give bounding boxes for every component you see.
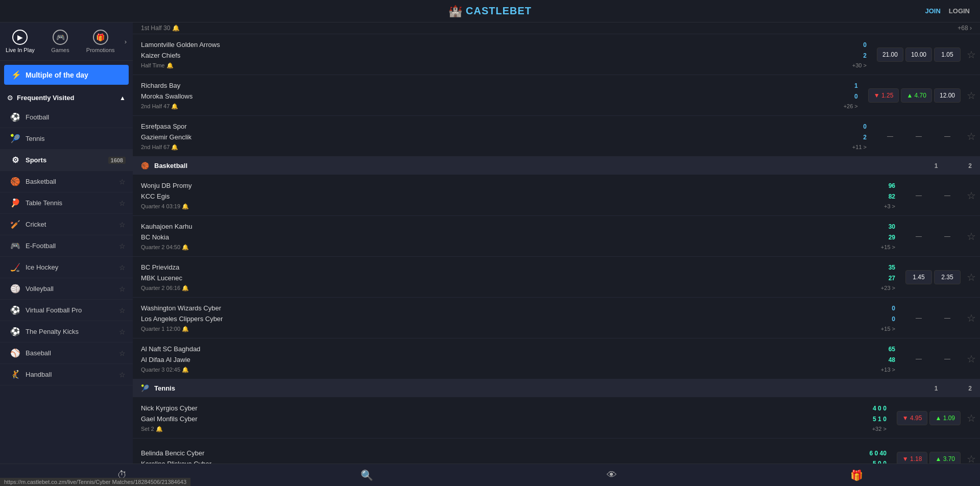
odd1-kauhajoen-bcnokia[interactable]: — (905, 230, 932, 243)
odd1-bencic-pliskova[interactable]: ▼ 1.18 (897, 452, 928, 464)
multiple-of-day-label: Multiple of the day (26, 71, 88, 79)
odds-wonju-kcc: — — (903, 187, 963, 204)
score-lakers: 0 (892, 314, 895, 324)
more-markets-richards-moroka[interactable]: +26 > (844, 103, 858, 109)
volleyball-star[interactable]: ☆ (119, 285, 126, 293)
sidebar-item-ice-hockey[interactable]: 🏒 Ice Hockey ☆ (0, 257, 133, 278)
match-info-washington-lakers: Washington Wizards Cyber 0 Los Angeles C… (133, 299, 903, 336)
fav-wonju-kcc[interactable]: ☆ (963, 187, 980, 204)
team-row-aldifaa: Al Difaa Al Jawie 48 (141, 355, 895, 366)
odd1-richards-moroka[interactable]: ▼ 1.25 (868, 88, 899, 103)
match-row-bcprievidza-mbklucenec: BC Prievidza 35 MBK Lucenec 27 Quarter 2… (133, 257, 980, 298)
oddX-esrefpasa-gaziemir[interactable]: — (905, 130, 932, 143)
team-name-bcnokia: BC Nokia (141, 232, 169, 243)
odd1-kyrgios-monfils[interactable]: ▼ 4.95 (897, 411, 928, 425)
fav-lamontville-kaizer[interactable]: ☆ (963, 46, 980, 63)
login-button[interactable]: LOGIN (949, 7, 970, 15)
odd2-bencic-pliskova[interactable]: ▲ 3.70 (929, 452, 961, 464)
odd1-lamontville-kaizer[interactable]: 21.00 (877, 47, 903, 62)
odd2-monfils-val: 1.09 (943, 415, 955, 422)
table-tennis-star[interactable]: ☆ (119, 199, 126, 207)
odd2-washington-lakers[interactable]: — (934, 311, 961, 325)
sidebar-item-basketball[interactable]: 🏀 Basketball ☆ (0, 171, 133, 192)
score-moroka: 0 (854, 92, 858, 102)
team-row-richards: Richards Bay 1 (141, 81, 858, 91)
odd1-washington-lakers[interactable]: — (905, 311, 932, 325)
multiple-of-day-button[interactable]: ⚡ Multiple of the day (4, 65, 129, 85)
sidebar-item-volleyball[interactable]: 🏐 Volleyball ☆ (0, 278, 133, 300)
more-markets-wonju-kcc[interactable]: +3 > (884, 203, 895, 209)
odd2-kauhajoen-bcnokia[interactable]: — (934, 230, 961, 243)
odd2-wonju-kcc[interactable]: — (934, 189, 961, 202)
eye-icon: 👁 (607, 469, 617, 481)
odd2-bcprievidza-mbklucenec[interactable]: 2.35 (934, 270, 961, 284)
odd1-bcprievidza-mbklucenec[interactable]: 1.45 (905, 270, 932, 284)
sidebar-item-tennis[interactable]: 🎾 Tennis (0, 128, 133, 150)
bottom-nav-promotions[interactable]: 🎁 (850, 469, 863, 481)
score-gaziemir: 2 (863, 133, 867, 142)
baseball-star[interactable]: ☆ (119, 349, 126, 357)
circle-icon: ⊙ (7, 94, 13, 102)
lightning-icon: ⚡ (11, 70, 21, 80)
score-bcprievidza: 35 (889, 263, 895, 273)
more-markets-bcprievidza-mbklucenec[interactable]: +23 > (881, 285, 895, 291)
virtual-football-pro-star[interactable]: ☆ (119, 306, 126, 314)
sidebar-item-baseball[interactable]: ⚾ Baseball ☆ (0, 343, 133, 364)
sidebar-item-table-tennis[interactable]: 🏓 Table Tennis ☆ (0, 192, 133, 214)
fav-bencic-pliskova[interactable]: ☆ (963, 451, 980, 464)
odd1-wonju-kcc[interactable]: — (905, 189, 932, 202)
handball-star[interactable]: ☆ (119, 371, 126, 379)
team-row-alnaft: Al Naft SC Baghdad 65 (141, 344, 895, 355)
fav-bcprievidza-mbklucenec[interactable]: ☆ (963, 269, 980, 285)
join-button[interactable]: JOIN (925, 7, 940, 15)
score-kyrgios: 4 0 0 (873, 404, 887, 414)
team-row-wonju: Wonju DB Promy 96 (141, 181, 895, 191)
bottom-nav-watch[interactable]: 👁 (607, 469, 617, 481)
team-row-lakers: Los Angeles Clippers Cyber 0 (141, 314, 895, 325)
nav-games[interactable]: 🎮 Games (40, 26, 81, 57)
odd2-kyrgios-monfils[interactable]: ▲ 1.09 (929, 411, 961, 425)
basketball-col-headers: 1 2 (935, 162, 972, 169)
sidebar-item-cricket[interactable]: 🏏 Cricket ☆ (0, 214, 133, 235)
fav-esrefpasa-gaziemir[interactable]: ☆ (963, 128, 980, 144)
penalty-kicks-star[interactable]: ☆ (119, 328, 126, 336)
basketball-star[interactable]: ☆ (119, 178, 126, 186)
more-markets-esrefpasa-gaziemir[interactable]: +11 > (852, 144, 867, 150)
fav-kyrgios-monfils[interactable]: ☆ (963, 410, 980, 426)
sidebar-item-penalty-kicks[interactable]: ⚽ The Penalty Kicks ☆ (0, 321, 133, 343)
odd2-pliskova-val: 3.70 (943, 455, 955, 463)
odd2-esrefpasa-gaziemir[interactable]: — (934, 130, 961, 143)
team-name-kauhajoen: Kauhajoen Karhu (141, 222, 192, 232)
sidebar-item-handball[interactable]: 🤾 Handball ☆ (0, 364, 133, 385)
odds-bcprievidza-mbklucenec: 1.45 2.35 (903, 268, 963, 286)
odd1-esrefpasa-gaziemir[interactable]: — (877, 130, 903, 143)
more-markets-alnaft-aldifaa[interactable]: +13 > (881, 367, 895, 373)
bottom-nav-search[interactable]: 🔍 (361, 469, 373, 481)
odd2-lamontville-kaizer[interactable]: 1.05 (934, 47, 961, 62)
odd2-richards-moroka[interactable]: 12.00 (934, 88, 961, 103)
nav-live-in-play[interactable]: ▶ Live In Play (0, 26, 40, 57)
oddX-lamontville-kaizer[interactable]: 10.00 (905, 47, 932, 62)
sidebar-item-football[interactable]: ⚽ Football (0, 107, 133, 128)
more-markets-kauhajoen-bcnokia[interactable]: +15 > (881, 244, 895, 250)
cricket-star[interactable]: ☆ (119, 221, 126, 229)
sidebar-item-efootball[interactable]: 🎮 E-Football ☆ (0, 235, 133, 257)
odd1-alnaft-aldifaa[interactable]: — (905, 352, 932, 366)
nav-chevron[interactable]: › (121, 36, 131, 46)
fav-richards-moroka[interactable]: ☆ (963, 87, 980, 104)
sidebar-item-virtual-football-pro[interactable]: ⚽ Virtual Football Pro ☆ (0, 300, 133, 321)
efootball-star[interactable]: ☆ (119, 242, 126, 250)
frequently-visited-header[interactable]: ⊙ Frequently Visited ▲ (0, 89, 133, 107)
fav-alnaft-aldifaa[interactable]: ☆ (963, 351, 980, 367)
fav-kauhajoen-bcnokia[interactable]: ☆ (963, 228, 980, 245)
more-markets-top[interactable]: +68 › (958, 25, 972, 32)
more-markets-kyrgios-monfils[interactable]: +32 > (872, 426, 887, 432)
ice-hockey-star[interactable]: ☆ (119, 263, 126, 272)
more-markets-lamontville-kaizer[interactable]: +30 > (852, 62, 867, 68)
fav-washington-lakers[interactable]: ☆ (963, 310, 980, 326)
cricket-label: Cricket (26, 221, 114, 228)
more-markets-washington-lakers[interactable]: +15 > (881, 326, 895, 332)
oddX-richards-moroka[interactable]: ▲ 4.70 (901, 88, 932, 103)
nav-promotions[interactable]: 🎁 Promotions (80, 26, 121, 57)
odd2-alnaft-aldifaa[interactable]: — (934, 352, 961, 366)
